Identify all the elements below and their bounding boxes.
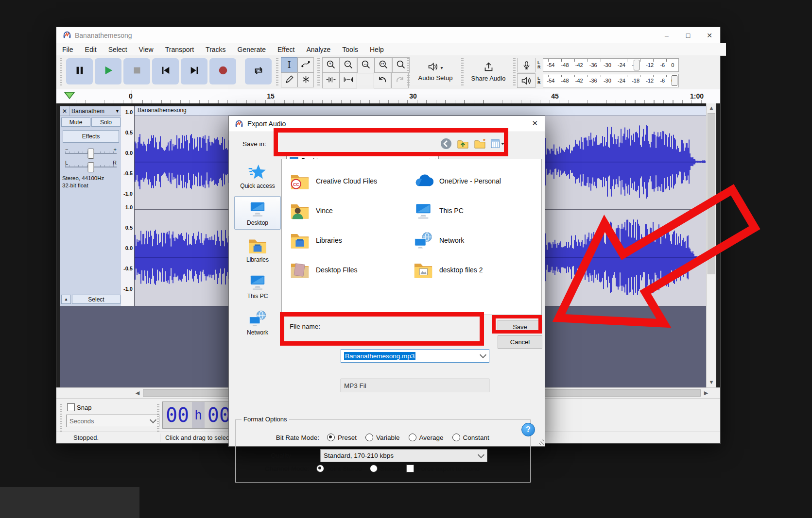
place-desktop[interactable]: Desktop: [234, 196, 281, 230]
scroll-down-icon[interactable]: ▼: [707, 378, 716, 386]
play-button[interactable]: [95, 58, 121, 84]
radio-icon[interactable]: [327, 434, 335, 441]
file-list[interactable]: CCCreative Cloud FilesOneDrive - Persona…: [281, 159, 542, 315]
radio-icon[interactable]: [409, 434, 416, 441]
close-icon[interactable]: ✕: [699, 27, 720, 43]
toolbar-gripper[interactable]: [157, 403, 159, 432]
place-quick-access[interactable]: Quick access: [234, 160, 281, 192]
file-item[interactable]: Vince: [290, 196, 413, 225]
file-item[interactable]: CCCreative Cloud Files: [290, 166, 413, 196]
back-icon[interactable]: [440, 138, 452, 151]
skip-end-button[interactable]: [181, 58, 207, 84]
cancel-button[interactable]: Cancel: [498, 335, 542, 349]
maximize-icon[interactable]: □: [677, 27, 699, 43]
bitrate-option-constant[interactable]: Constant: [452, 434, 489, 441]
draw-tool-button[interactable]: [281, 72, 297, 87]
multi-tool-button[interactable]: [297, 72, 314, 87]
vertical-scale-ruler[interactable]: 1.00.50.0-0.5-1.0 1.00.50.0-0.5-1.0: [121, 106, 134, 306]
views-menu-icon[interactable]: [491, 138, 505, 151]
place-network[interactable]: Network: [234, 306, 281, 339]
radio-icon[interactable]: [370, 465, 378, 472]
units-select[interactable]: Seconds: [66, 415, 159, 427]
vertical-scrollbar[interactable]: ▲ ▼: [706, 103, 716, 387]
snap-control[interactable]: Snap: [67, 403, 91, 411]
file-item[interactable]: This PC: [413, 196, 536, 225]
file-item[interactable]: Libraries: [290, 225, 413, 255]
effects-button[interactable]: Effects: [63, 130, 119, 143]
selection-tool-button[interactable]: I: [281, 57, 297, 72]
force-mono-checkbox[interactable]: [406, 465, 414, 472]
envelope-tool-button[interactable]: [297, 57, 314, 72]
loop-region-icon[interactable]: [63, 91, 76, 102]
save-as-type-select[interactable]: MP3 Fil: [341, 379, 489, 392]
scroll-left-icon[interactable]: ◀: [133, 388, 142, 398]
save-button[interactable]: Save: [498, 320, 542, 334]
toolbar-gripper[interactable]: [276, 58, 278, 85]
track-name-button[interactable]: Bananathem▼: [69, 106, 121, 116]
toolbar-gripper[interactable]: [461, 58, 464, 85]
menu-edit[interactable]: Edit: [85, 46, 97, 53]
silence-audio-button[interactable]: [340, 72, 357, 88]
help-button[interactable]: ?: [521, 423, 535, 436]
scroll-up-icon[interactable]: ▲: [707, 103, 716, 112]
toolbar-gripper[interactable]: [60, 403, 62, 432]
redo-button[interactable]: [391, 72, 409, 88]
menu-file[interactable]: File: [62, 46, 73, 53]
scroll-right-icon[interactable]: ▶: [702, 388, 710, 398]
radio-icon[interactable]: [365, 434, 373, 441]
zoom-in-button[interactable]: +: [322, 57, 340, 73]
minimize-icon[interactable]: –: [656, 27, 677, 43]
force-mono-option[interactable]: Force export to mono: [406, 465, 479, 472]
menu-effect[interactable]: Effect: [277, 46, 295, 53]
time-display[interactable]: 00h00: [162, 401, 234, 429]
file-item[interactable]: Network: [413, 225, 536, 255]
place-libraries[interactable]: Libraries: [234, 234, 281, 266]
radio-icon[interactable]: [316, 465, 324, 472]
snap-checkbox[interactable]: [67, 403, 75, 411]
channel-option-stereo[interactable]: Stereo: [370, 465, 400, 472]
bitrate-option-preset[interactable]: Preset: [327, 434, 357, 441]
audio-setup-button[interactable]: ▾ Audio Setup: [412, 58, 459, 85]
toolbar-gripper[interactable]: [60, 58, 62, 85]
pause-button[interactable]: [66, 58, 93, 84]
file-item[interactable]: desktop files 2: [413, 255, 536, 284]
microphone-icon[interactable]: [517, 58, 536, 72]
zoom-out-button[interactable]: −: [340, 57, 357, 73]
recording-meter[interactable]: LR -54-48-42-36-30-24-18-12-60: [517, 58, 679, 72]
menu-analyze[interactable]: Analyze: [307, 46, 331, 53]
menu-tracks[interactable]: Tracks: [206, 46, 225, 53]
quality-select[interactable]: Standard, 170-210 kbps: [320, 449, 487, 462]
collapse-track-button[interactable]: ▲: [61, 295, 71, 304]
mute-button[interactable]: Mute: [61, 117, 90, 127]
bitrate-option-average[interactable]: Average: [409, 434, 444, 441]
resize-grip[interactable]: [537, 438, 544, 445]
toolbar-gripper[interactable]: [407, 58, 410, 85]
menu-select[interactable]: Select: [108, 46, 127, 53]
trim-audio-button[interactable]: [322, 72, 340, 88]
place-this-pc[interactable]: This PC: [234, 270, 281, 302]
file-item[interactable]: Desktop FIles: [290, 255, 413, 284]
skip-start-button[interactable]: [152, 58, 179, 84]
gain-slider[interactable]: [65, 151, 117, 155]
playback-meter[interactable]: LR -54-48-42-36-30-24-18-12-60: [517, 73, 679, 88]
up-folder-icon[interactable]: [457, 138, 469, 151]
timeline-ruler[interactable]: 01530451:00: [56, 89, 720, 104]
stop-button[interactable]: [123, 58, 150, 84]
menu-help[interactable]: Help: [370, 46, 384, 53]
track-select-button[interactable]: Select: [72, 295, 121, 304]
menu-generate[interactable]: Generate: [238, 46, 266, 53]
loop-button[interactable]: [245, 58, 272, 84]
radio-icon[interactable]: [452, 434, 460, 441]
toolbar-gripper[interactable]: [513, 58, 516, 85]
toolbar-gripper[interactable]: [317, 58, 320, 85]
share-audio-button[interactable]: Share Audio: [466, 58, 511, 85]
file-name-input[interactable]: Bananathemesong.mp3: [341, 349, 489, 363]
vertical-scroll-thumb[interactable]: [708, 113, 715, 274]
zoom-fit-button[interactable]: ↦: [375, 57, 392, 73]
menu-view[interactable]: View: [139, 46, 154, 53]
new-folder-icon[interactable]: *: [474, 138, 486, 151]
dialog-close-icon[interactable]: ✕: [532, 119, 538, 128]
record-button[interactable]: [209, 58, 236, 84]
menu-transport[interactable]: Transport: [165, 46, 194, 53]
undo-button[interactable]: [374, 72, 391, 88]
